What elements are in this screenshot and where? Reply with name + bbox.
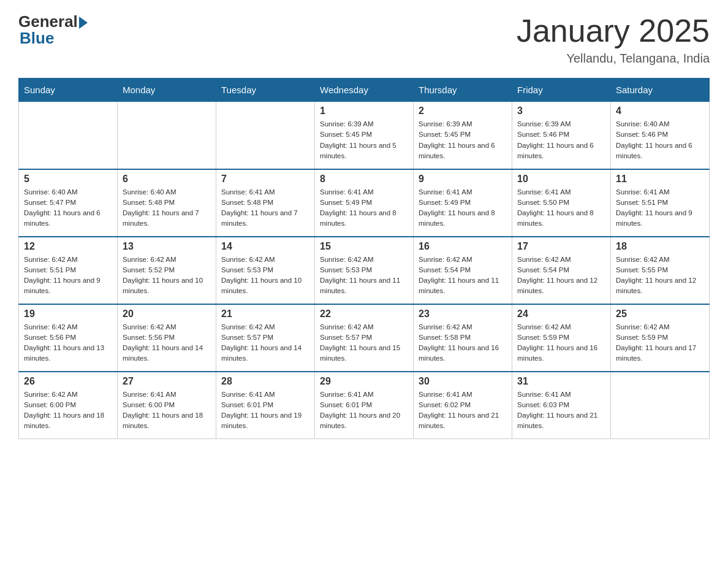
calendar-cell: 3Sunrise: 6:39 AMSunset: 5:46 PMDaylight… <box>512 102 611 169</box>
calendar-cell: 31Sunrise: 6:41 AMSunset: 6:03 PMDayligh… <box>512 372 611 439</box>
calendar-cell: 11Sunrise: 6:41 AMSunset: 5:51 PMDayligh… <box>611 169 710 237</box>
calendar-cell: 5Sunrise: 6:40 AMSunset: 5:47 PMDaylight… <box>19 169 118 237</box>
day-info: Sunrise: 6:40 AMSunset: 5:48 PMDaylight:… <box>123 187 211 229</box>
day-info: Sunrise: 6:42 AMSunset: 5:54 PMDaylight:… <box>517 255 605 297</box>
calendar-cell <box>611 372 710 439</box>
day-number: 3 <box>517 105 605 117</box>
day-number: 19 <box>24 308 112 320</box>
day-info: Sunrise: 6:41 AMSunset: 6:01 PMDaylight:… <box>320 389 408 432</box>
calendar-week-row: 12Sunrise: 6:42 AMSunset: 5:51 PMDayligh… <box>19 237 710 304</box>
calendar-cell: 12Sunrise: 6:42 AMSunset: 5:51 PMDayligh… <box>19 237 118 304</box>
calendar-cell: 24Sunrise: 6:42 AMSunset: 5:59 PMDayligh… <box>512 304 611 372</box>
title-section: January 2025 Yellandu, Telangana, India <box>517 12 710 66</box>
day-info: Sunrise: 6:41 AMSunset: 6:03 PMDaylight:… <box>517 389 605 432</box>
calendar-week-row: 5Sunrise: 6:40 AMSunset: 5:47 PMDaylight… <box>19 169 710 237</box>
day-info: Sunrise: 6:41 AMSunset: 5:48 PMDaylight:… <box>221 187 309 229</box>
day-info: Sunrise: 6:42 AMSunset: 5:56 PMDaylight:… <box>123 322 211 364</box>
day-info: Sunrise: 6:42 AMSunset: 5:55 PMDaylight:… <box>616 255 704 297</box>
calendar-cell: 10Sunrise: 6:41 AMSunset: 5:50 PMDayligh… <box>512 169 611 237</box>
day-number: 11 <box>616 174 704 185</box>
day-header-wednesday: Wednesday <box>315 79 414 102</box>
day-info: Sunrise: 6:42 AMSunset: 5:59 PMDaylight:… <box>616 322 704 364</box>
day-number: 26 <box>24 376 112 387</box>
calendar-cell: 22Sunrise: 6:42 AMSunset: 5:57 PMDayligh… <box>315 304 414 372</box>
day-info: Sunrise: 6:41 AMSunset: 5:51 PMDaylight:… <box>616 187 704 229</box>
day-info: Sunrise: 6:42 AMSunset: 5:57 PMDaylight:… <box>320 322 408 364</box>
calendar-cell: 4Sunrise: 6:40 AMSunset: 5:46 PMDaylight… <box>611 102 710 169</box>
day-info: Sunrise: 6:39 AMSunset: 5:45 PMDaylight:… <box>320 119 408 161</box>
day-header-saturday: Saturday <box>611 79 710 102</box>
day-number: 28 <box>221 376 309 387</box>
calendar-cell <box>216 102 315 169</box>
day-info: Sunrise: 6:39 AMSunset: 5:45 PMDaylight:… <box>419 119 507 161</box>
day-number: 22 <box>320 308 408 320</box>
calendar-cell: 25Sunrise: 6:42 AMSunset: 5:59 PMDayligh… <box>611 304 710 372</box>
calendar-table: SundayMondayTuesdayWednesdayThursdayFrid… <box>18 78 710 439</box>
calendar-cell: 28Sunrise: 6:41 AMSunset: 6:01 PMDayligh… <box>216 372 315 439</box>
day-header-friday: Friday <box>512 79 611 102</box>
day-info: Sunrise: 6:40 AMSunset: 5:46 PMDaylight:… <box>616 119 704 161</box>
calendar-title: January 2025 <box>517 12 710 49</box>
logo: General Blue <box>18 12 88 48</box>
header-row: SundayMondayTuesdayWednesdayThursdayFrid… <box>19 79 710 102</box>
day-number: 5 <box>24 174 112 185</box>
day-number: 20 <box>123 308 211 320</box>
calendar-cell: 19Sunrise: 6:42 AMSunset: 5:56 PMDayligh… <box>19 304 118 372</box>
day-info: Sunrise: 6:42 AMSunset: 5:51 PMDaylight:… <box>24 255 112 297</box>
calendar-cell: 6Sunrise: 6:40 AMSunset: 5:48 PMDaylight… <box>118 169 216 237</box>
day-number: 2 <box>419 105 507 117</box>
day-info: Sunrise: 6:41 AMSunset: 5:50 PMDaylight:… <box>517 187 605 229</box>
calendar-cell <box>19 102 118 169</box>
day-header-tuesday: Tuesday <box>216 79 315 102</box>
day-number: 25 <box>616 308 704 320</box>
day-number: 23 <box>419 308 507 320</box>
day-number: 4 <box>616 105 704 117</box>
day-info: Sunrise: 6:42 AMSunset: 5:54 PMDaylight:… <box>419 255 507 297</box>
calendar-week-row: 1Sunrise: 6:39 AMSunset: 5:45 PMDaylight… <box>19 102 710 169</box>
day-number: 16 <box>419 241 507 252</box>
day-header-thursday: Thursday <box>414 79 512 102</box>
calendar-cell: 23Sunrise: 6:42 AMSunset: 5:58 PMDayligh… <box>414 304 512 372</box>
calendar-cell: 2Sunrise: 6:39 AMSunset: 5:45 PMDaylight… <box>414 102 512 169</box>
day-number: 17 <box>517 241 605 252</box>
day-info: Sunrise: 6:42 AMSunset: 5:53 PMDaylight:… <box>221 255 309 297</box>
day-info: Sunrise: 6:39 AMSunset: 5:46 PMDaylight:… <box>517 119 605 161</box>
calendar-cell: 20Sunrise: 6:42 AMSunset: 5:56 PMDayligh… <box>118 304 216 372</box>
day-header-monday: Monday <box>118 79 216 102</box>
logo-blue-text: Blue <box>18 29 54 48</box>
calendar-cell: 27Sunrise: 6:41 AMSunset: 6:00 PMDayligh… <box>118 372 216 439</box>
day-number: 31 <box>517 376 605 387</box>
calendar-cell <box>118 102 216 169</box>
day-number: 27 <box>123 376 211 387</box>
day-number: 9 <box>419 174 507 185</box>
day-info: Sunrise: 6:42 AMSunset: 5:52 PMDaylight:… <box>123 255 211 297</box>
logo-arrow-icon <box>79 17 88 29</box>
day-number: 13 <box>123 241 211 252</box>
day-number: 30 <box>419 376 507 387</box>
calendar-cell: 16Sunrise: 6:42 AMSunset: 5:54 PMDayligh… <box>414 237 512 304</box>
day-number: 18 <box>616 241 704 252</box>
day-number: 8 <box>320 174 408 185</box>
day-number: 21 <box>221 308 309 320</box>
calendar-cell: 14Sunrise: 6:42 AMSunset: 5:53 PMDayligh… <box>216 237 315 304</box>
calendar-cell: 13Sunrise: 6:42 AMSunset: 5:52 PMDayligh… <box>118 237 216 304</box>
day-info: Sunrise: 6:41 AMSunset: 5:49 PMDaylight:… <box>320 187 408 229</box>
calendar-subtitle: Yellandu, Telangana, India <box>517 52 710 66</box>
day-number: 29 <box>320 376 408 387</box>
day-info: Sunrise: 6:42 AMSunset: 5:57 PMDaylight:… <box>221 322 309 364</box>
day-info: Sunrise: 6:42 AMSunset: 5:58 PMDaylight:… <box>419 322 507 364</box>
day-number: 6 <box>123 174 211 185</box>
day-info: Sunrise: 6:42 AMSunset: 5:53 PMDaylight:… <box>320 255 408 297</box>
day-info: Sunrise: 6:41 AMSunset: 5:49 PMDaylight:… <box>419 187 507 229</box>
day-number: 7 <box>221 174 309 185</box>
day-number: 24 <box>517 308 605 320</box>
day-info: Sunrise: 6:42 AMSunset: 5:59 PMDaylight:… <box>517 322 605 364</box>
calendar-cell: 1Sunrise: 6:39 AMSunset: 5:45 PMDaylight… <box>315 102 414 169</box>
day-info: Sunrise: 6:42 AMSunset: 5:56 PMDaylight:… <box>24 322 112 364</box>
day-info: Sunrise: 6:41 AMSunset: 6:01 PMDaylight:… <box>221 389 309 432</box>
calendar-cell: 8Sunrise: 6:41 AMSunset: 5:49 PMDaylight… <box>315 169 414 237</box>
calendar-cell: 30Sunrise: 6:41 AMSunset: 6:02 PMDayligh… <box>414 372 512 439</box>
calendar-cell: 26Sunrise: 6:42 AMSunset: 6:00 PMDayligh… <box>19 372 118 439</box>
day-info: Sunrise: 6:41 AMSunset: 6:02 PMDaylight:… <box>419 389 507 432</box>
day-number: 14 <box>221 241 309 252</box>
